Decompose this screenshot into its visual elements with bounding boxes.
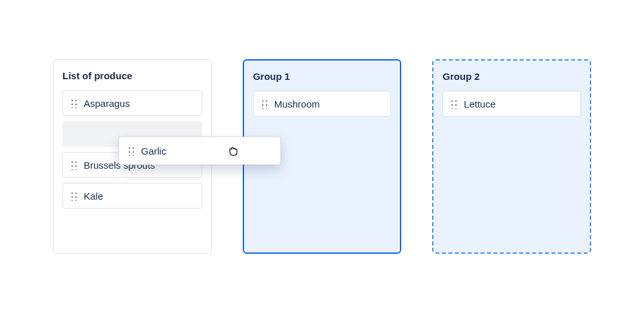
list-item[interactable]: Asparagus [62,90,202,116]
dragging-item[interactable]: Garlic [118,137,281,165]
panel-title: List of produce [62,70,202,81]
item-label: Mushroom [274,99,320,109]
list-item[interactable]: Mushroom [253,91,392,117]
workspace: List of produce Asparagus Brussels sprou… [0,0,644,254]
grab-cursor-icon [226,144,240,158]
list-item[interactable]: Kale [62,183,202,209]
drag-handle-icon[interactable] [70,191,77,201]
drag-handle-icon[interactable] [70,160,77,170]
drag-handle-icon[interactable] [260,99,268,109]
item-label: Garlic [141,146,166,156]
item-label: Asparagus [84,98,130,109]
item-label: Lettuce [464,99,495,109]
group2-panel[interactable]: Group 2 Lettuce [432,59,591,254]
panel-title: Group 2 [442,71,581,82]
list-item[interactable]: Lettuce [442,91,581,117]
group1-list[interactable]: Mushroom [253,91,392,117]
item-label: Kale [84,191,103,202]
panel-title: Group 1 [253,71,392,82]
drag-handle-icon[interactable] [450,99,457,109]
group2-list[interactable]: Lettuce [442,91,581,117]
drag-handle-icon[interactable] [127,146,135,156]
drag-handle-icon[interactable] [70,98,77,108]
